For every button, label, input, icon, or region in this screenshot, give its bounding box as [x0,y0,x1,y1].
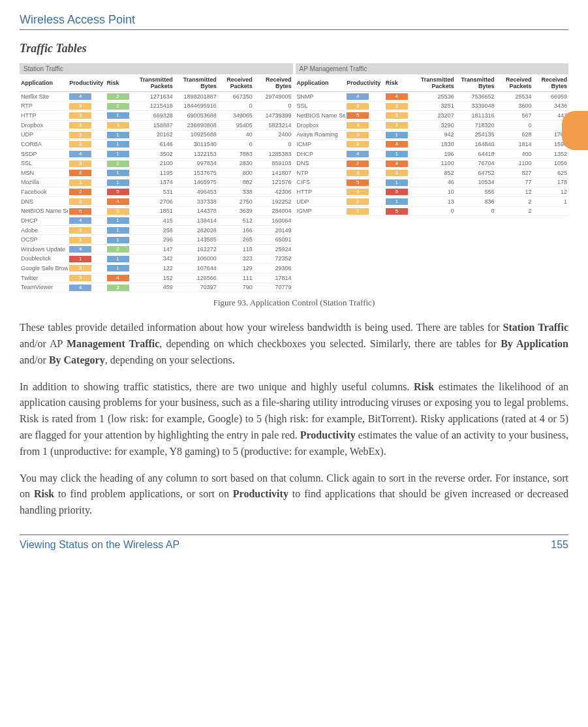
cell-risk: 5 [384,206,415,216]
risk-bar: 1 [386,198,408,205]
table-row: Google Safe Browsin3112210764412929306 [20,264,293,273]
table-row: Avaya Roaming319422541356281703 [296,130,569,140]
col-rx-packets[interactable]: Received Packets [496,74,533,92]
cell-txp: 158887 [135,120,174,130]
cell-risk: 5 [106,187,135,197]
cell-txp: 196 [415,149,456,159]
cell-txb: 144378 [174,206,218,216]
cell-rxb: 192252 [254,196,293,206]
col-application[interactable]: Application [20,74,68,92]
table-row: NetBIOS Name Servic531851144378363928400… [20,206,293,216]
table-row: SNMP442553675366522553466959 [296,92,569,102]
cell-rxp: 0 [496,120,533,130]
cell-risk: 4 [106,196,135,206]
productivity-bar: 5 [69,208,91,215]
cell-application: SSL [296,101,346,111]
cell-productivity: 3 [68,140,105,149]
table-row: HTTP3166932869005368834906514739399 [20,111,293,121]
col-tx-bytes[interactable]: Transmitted Bytes [174,74,218,92]
cell-risk: 2 [106,159,135,168]
col-application[interactable]: Application [296,74,346,92]
cell-rxb: 1352 [533,149,569,159]
productivity-bar: 3 [347,189,369,195]
risk-bar: 3 [386,170,408,176]
cell-productivity: 3 [345,206,384,216]
cell-txb: 690053688 [174,111,218,121]
cell-application: DNS [296,159,346,168]
productivity-bar: 3 [347,170,369,176]
cell-rxp: 77 [496,178,533,187]
cell-application: Dropbox [296,120,346,130]
cell-txb: 64418 [456,149,496,159]
productivity-bar: 3 [69,275,91,281]
col-rx-bytes[interactable]: Received Bytes [533,74,569,92]
table-row: NTP3385264752827625 [296,168,569,178]
running-header: Wireless Access Point [20,13,568,30]
cell-txp: 258 [135,225,174,235]
cell-rxp: 338 [218,187,254,197]
text: , depending on your selections. [105,354,235,365]
cell-rxp: 667350 [218,92,254,102]
risk-bar: 2 [107,246,129,253]
productivity-bar: 3 [69,122,91,129]
bold: Productivity [233,488,288,499]
cell-rxb: 121576 [254,178,293,187]
cell-application: Avaya Roaming [296,130,346,140]
cell-risk: 1 [106,235,135,245]
table-row: Adobe3125828202816620149 [20,225,293,235]
cell-productivity: 4 [68,216,105,226]
risk-bar: 4 [107,275,129,281]
cell-rxp: 882 [218,178,254,187]
cell-rxp: 40 [218,130,254,140]
col-rx-bytes[interactable]: Received Bytes [254,74,293,92]
productivity-bar: 3 [69,237,91,243]
col-productivity[interactable]: Productivity [68,74,105,92]
cell-productivity: 1 [68,254,105,264]
col-tx-bytes[interactable]: Transmitted Bytes [456,74,496,92]
cell-rxp: 118 [218,245,254,255]
table-row: MSN2111951537675800141807 [20,168,293,178]
risk-bar: 1 [107,217,129,224]
cell-rxp: 567 [496,111,533,121]
cell-txb: 997834 [174,159,218,168]
cell-txp: 2706 [135,196,174,206]
cell-application: Adobe [20,225,68,235]
cell-rxp: 400 [496,149,533,159]
cell-txb: 254135 [456,130,496,140]
productivity-bar: 4 [347,93,369,100]
cell-rxb: 1 [533,196,569,206]
productivity-bar: 3 [69,179,91,186]
cell-risk: 4 [384,159,415,168]
cell-risk: 1 [106,140,135,149]
footer-text: Viewing Status on the Wireless AP [20,539,179,551]
cell-risk: 5 [384,187,415,197]
cell-risk: 1 [106,111,135,121]
cell-txp: 3290 [415,120,456,130]
bold: Management Traffic [67,338,159,349]
figure-screenshot: Station Traffic Application Productivity… [20,63,568,292]
cell-productivity: 5 [68,206,105,216]
cell-txb: 70397 [174,283,218,292]
cell-rxp: 12 [496,187,533,197]
risk-bar: 5 [107,189,129,195]
cell-txb: 282028 [174,225,218,235]
cell-application: CORBA [20,140,68,149]
bold: Risk [414,381,434,392]
cell-rxb: 0 [254,140,293,149]
table-row: CORBA316146301154000 [20,140,293,149]
cell-rxb: 0 [254,101,293,111]
text: These tables provide detailed informatio… [20,322,503,333]
risk-bar: 1 [107,132,129,138]
cell-txb: 337338 [174,196,218,206]
cell-risk: 1 [384,196,415,206]
table-row: UDP312016210925688402400 [20,130,293,140]
text: to find problem applications, or sort on [54,488,233,499]
cell-rxp: 323 [218,254,254,264]
col-productivity[interactable]: Productivity [345,74,384,92]
col-risk[interactable]: Risk [106,74,135,92]
col-tx-packets[interactable]: Transmitted Packets [135,74,174,92]
cell-productivity: 4 [68,92,105,102]
col-tx-packets[interactable]: Transmitted Packets [415,74,456,92]
col-rx-packets[interactable]: Received Packets [218,74,254,92]
col-risk[interactable]: Risk [384,74,415,92]
